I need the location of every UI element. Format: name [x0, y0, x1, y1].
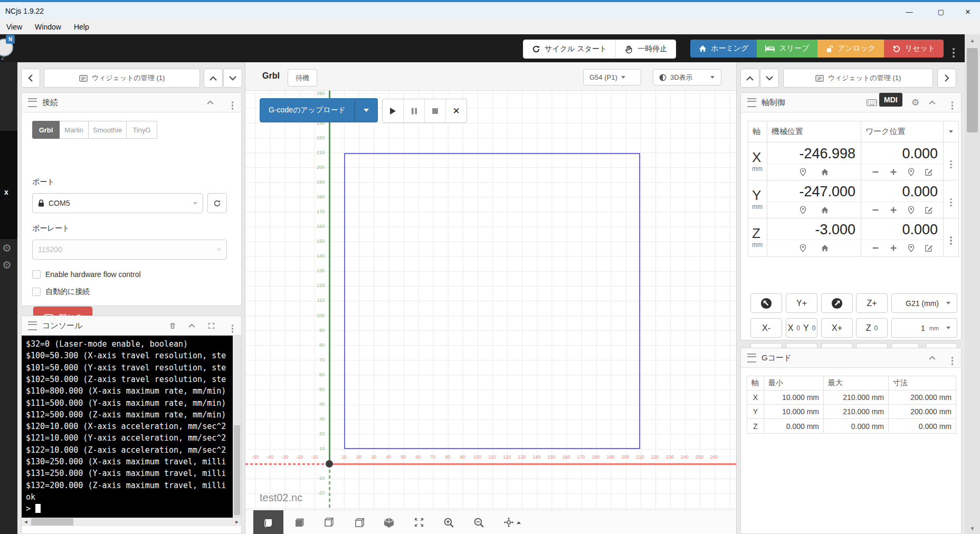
- axis-row-menu[interactable]: [944, 218, 958, 256]
- jog-button-y+[interactable]: Y+: [786, 293, 817, 313]
- collapse-widget-button[interactable]: [201, 93, 220, 112]
- widget-kebab-menu[interactable]: [223, 316, 242, 335]
- decrease-axis-icon[interactable]: [871, 244, 880, 252]
- expand-widget-button[interactable]: [202, 316, 221, 335]
- go-home-icon[interactable]: [821, 206, 829, 214]
- increase-axis-icon[interactable]: [889, 244, 898, 252]
- reset-button[interactable]: リセット: [884, 40, 944, 58]
- feedhold-button[interactable]: 一時停止: [616, 40, 675, 58]
- decrease-axis-icon[interactable]: [871, 206, 880, 214]
- tab-smoothie[interactable]: Smoothie: [89, 121, 127, 139]
- zero-out-machine-icon[interactable]: [799, 244, 807, 252]
- mdi-badge[interactable]: MDI: [879, 95, 902, 104]
- page-scrollbar[interactable]: ▲ ▼: [965, 34, 980, 534]
- minimize-button[interactable]: —: [897, 4, 921, 19]
- move-widget-up-button[interactable]: [740, 69, 759, 88]
- port-select[interactable]: COM5: [32, 193, 203, 213]
- view-side-button[interactable]: [313, 510, 344, 534]
- jog-button-g21mm[interactable]: G21 (mm): [891, 293, 957, 313]
- upload-gcode-button[interactable]: G-codeのアップロード: [260, 98, 355, 122]
- view-front-button[interactable]: [283, 510, 313, 534]
- baudrate-select[interactable]: 115200: [32, 240, 227, 260]
- jog-button-z0[interactable]: Z0: [856, 318, 888, 338]
- homing-button[interactable]: ホーミング: [690, 40, 757, 58]
- widget-settings-button[interactable]: ⚙: [906, 93, 925, 112]
- scroll-right-icon[interactable]: ►: [233, 518, 241, 526]
- zero-out-work-icon[interactable]: [907, 206, 915, 214]
- increase-axis-icon[interactable]: [889, 168, 898, 176]
- menu-help[interactable]: Help: [68, 23, 96, 31]
- flow-control-checkbox[interactable]: Enable hardware flow control: [32, 270, 141, 279]
- edit-position-icon[interactable]: [925, 206, 933, 214]
- jog-button-x0y0[interactable]: X0Y0: [786, 318, 817, 338]
- wcs-dropdown[interactable]: G54 (P1): [583, 69, 641, 85]
- view-top-button[interactable]: [253, 510, 283, 534]
- widget-kebab-menu[interactable]: [223, 93, 242, 112]
- view-3d-button[interactable]: 3D表示: [653, 69, 704, 85]
- zero-out-work-icon[interactable]: [907, 244, 915, 252]
- scroll-up-icon[interactable]: ▲: [965, 34, 980, 46]
- collapse-widget-button[interactable]: [183, 316, 201, 335]
- scroll-left-icon[interactable]: ◄: [22, 518, 30, 526]
- widget-drag-handle[interactable]: [747, 98, 756, 107]
- decrease-axis-icon[interactable]: [871, 168, 880, 176]
- jog-button-x+[interactable]: X+: [821, 318, 853, 338]
- view-iso-outline-button[interactable]: [344, 510, 374, 534]
- zoom-out-button[interactable]: [464, 510, 494, 534]
- edit-position-icon[interactable]: [925, 168, 933, 176]
- tab-grbl[interactable]: Grbl: [32, 121, 60, 139]
- manage-widgets-button-right[interactable]: ウィジェットの管理 (1): [783, 69, 933, 88]
- collapse-right-panel-button[interactable]: [937, 69, 956, 88]
- close-gcode-button[interactable]: ✕: [446, 99, 467, 122]
- widget-drag-handle[interactable]: [28, 98, 37, 107]
- scroll-down-icon[interactable]: ▼: [965, 522, 980, 534]
- collapse-left-panel-button[interactable]: [21, 69, 40, 88]
- controller-state-button[interactable]: 待機: [288, 69, 317, 87]
- jog-button-z+[interactable]: Z+: [856, 293, 888, 313]
- collapse-widget-button[interactable]: [923, 348, 941, 367]
- unlock-button[interactable]: アンロック: [817, 40, 884, 58]
- pause-button[interactable]: [404, 99, 425, 122]
- menu-window[interactable]: Window: [28, 23, 68, 31]
- keyboard-shortcuts-button[interactable]: [862, 93, 881, 112]
- move-widget-down-button[interactable]: [760, 69, 779, 88]
- console-output[interactable]: $32=0 (Laser-mode enable, boolean)$100=5…: [22, 336, 241, 518]
- jog-up-left[interactable]: [750, 293, 782, 313]
- menu-view[interactable]: View: [0, 23, 28, 31]
- widget-kebab-menu[interactable]: [943, 93, 962, 112]
- go-home-icon[interactable]: [821, 244, 829, 252]
- zoom-in-button[interactable]: [434, 510, 464, 534]
- pan-tool-button[interactable]: [494, 510, 530, 534]
- jog-button-x-[interactable]: X-: [750, 318, 782, 338]
- clear-console-button[interactable]: [163, 316, 182, 335]
- cyclestart-button[interactable]: サイクル スタート: [524, 40, 616, 58]
- zero-out-work-icon[interactable]: [907, 168, 915, 176]
- console-prompt[interactable]: >: [26, 504, 41, 513]
- edit-position-icon[interactable]: [925, 244, 933, 252]
- zero-out-machine-icon[interactable]: [799, 168, 807, 176]
- tab-tinyg[interactable]: TinyG: [127, 121, 157, 139]
- header-kebab-menu[interactable]: [953, 43, 955, 52]
- widget-drag-handle[interactable]: [28, 321, 37, 330]
- axis-row-menu[interactable]: [944, 180, 958, 218]
- strip-close-icon[interactable]: x: [4, 188, 8, 196]
- manage-widgets-button-left[interactable]: ウィジェットの管理 (1): [44, 69, 200, 88]
- view-3d-cube-button[interactable]: [374, 510, 404, 534]
- jog-up-right[interactable]: [821, 293, 853, 313]
- axis-row-menu[interactable]: [944, 142, 958, 180]
- console-vertical-scrollbar[interactable]: [233, 336, 241, 518]
- jog-button-1[interactable]: 1mm: [891, 318, 957, 338]
- move-widget-up-button[interactable]: [204, 69, 223, 88]
- run-button[interactable]: [383, 99, 404, 122]
- view-3d-caret-button[interactable]: [703, 69, 721, 85]
- widget-drag-handle[interactable]: [747, 354, 756, 363]
- maximize-button[interactable]: ▢: [929, 4, 953, 19]
- stop-button[interactable]: [425, 99, 446, 122]
- upload-gcode-caret-button[interactable]: [355, 98, 378, 122]
- gear-icon[interactable]: ⚙: [2, 242, 12, 254]
- gear-icon[interactable]: ⚙: [2, 259, 12, 271]
- move-widget-down-button[interactable]: [223, 69, 242, 88]
- console-horizontal-scrollbar[interactable]: ◄ ►: [22, 518, 241, 526]
- autoconnect-checkbox[interactable]: 自動的に接続: [32, 287, 90, 297]
- increase-axis-icon[interactable]: [889, 206, 898, 214]
